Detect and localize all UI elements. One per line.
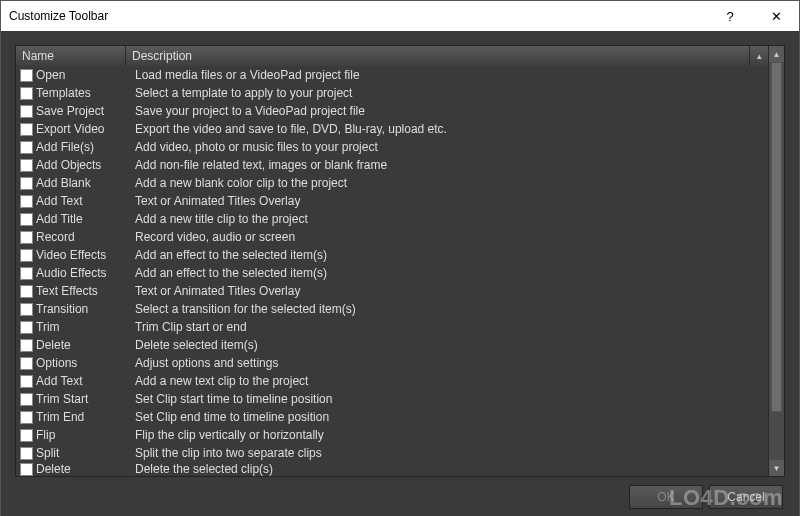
list-item[interactable]: TransitionSelect a transition for the se… [16, 300, 768, 318]
list-item[interactable]: Video EffectsAdd an effect to the select… [16, 246, 768, 264]
column-header-name[interactable]: Name [16, 46, 126, 66]
item-name: Text Effects [36, 284, 129, 298]
item-description: Select a transition for the selected ite… [129, 302, 768, 316]
list-item[interactable]: Trim StartSet Clip start time to timelin… [16, 390, 768, 408]
item-name: Add File(s) [36, 140, 129, 154]
item-checkbox[interactable] [20, 321, 33, 334]
item-name: Add Objects [36, 158, 129, 172]
dialog-footer: OK Cancel [15, 477, 785, 516]
list-item[interactable]: Audio EffectsAdd an effect to the select… [16, 264, 768, 282]
item-description: Add non-file related text, images or bla… [129, 158, 768, 172]
item-checkbox[interactable] [20, 105, 33, 118]
item-checkbox[interactable] [20, 339, 33, 352]
item-name: Delete [36, 338, 129, 352]
item-checkbox[interactable] [20, 231, 33, 244]
item-checkbox[interactable] [20, 285, 33, 298]
item-description: Split the clip into two separate clips [129, 446, 768, 460]
item-description: Select a template to apply to your proje… [129, 86, 768, 100]
list-item[interactable]: Trim EndSet Clip end time to timeline po… [16, 408, 768, 426]
item-name: Trim Start [36, 392, 129, 406]
list-item[interactable]: Save ProjectSave your project to a Video… [16, 102, 768, 120]
list-item[interactable]: DeleteDelete the selected clip(s) [16, 462, 768, 476]
item-checkbox[interactable] [20, 447, 33, 460]
list-item[interactable]: OpenLoad media files or a VideoPad proje… [16, 66, 768, 84]
item-name: Split [36, 446, 129, 460]
list-item[interactable]: Text EffectsText or Animated Titles Over… [16, 282, 768, 300]
list-item[interactable]: TrimTrim Clip start or end [16, 318, 768, 336]
help-button[interactable]: ? [707, 1, 753, 31]
item-checkbox[interactable] [20, 303, 33, 316]
item-description: Add video, photo or music files to your … [129, 140, 768, 154]
list-item[interactable]: Add File(s)Add video, photo or music fil… [16, 138, 768, 156]
scroll-thumb[interactable] [771, 62, 782, 412]
list-item[interactable]: Add TitleAdd a new title clip to the pro… [16, 210, 768, 228]
list-item[interactable]: RecordRecord video, audio or screen [16, 228, 768, 246]
header-overflow-icon[interactable]: ▴ [750, 46, 768, 66]
list-item[interactable]: TemplatesSelect a template to apply to y… [16, 84, 768, 102]
item-name: Trim End [36, 410, 129, 424]
help-icon: ? [726, 9, 733, 24]
list-item[interactable]: OptionsAdjust options and settings [16, 354, 768, 372]
item-name: Add Text [36, 374, 129, 388]
client-area: Name Description ▴ OpenLoad media files … [1, 31, 799, 516]
item-checkbox[interactable] [20, 213, 33, 226]
item-description: Flip the clip vertically or horizontally [129, 428, 768, 442]
item-name: Flip [36, 428, 129, 442]
item-checkbox[interactable] [20, 177, 33, 190]
item-description: Set Clip start time to timeline position [129, 392, 768, 406]
close-icon: ✕ [771, 9, 782, 24]
item-checkbox[interactable] [20, 123, 33, 136]
item-checkbox[interactable] [20, 87, 33, 100]
item-description: Trim Clip start or end [129, 320, 768, 334]
scroll-up-icon[interactable]: ▲ [769, 46, 784, 62]
item-checkbox[interactable] [20, 141, 33, 154]
list-item[interactable]: DeleteDelete selected item(s) [16, 336, 768, 354]
item-checkbox[interactable] [20, 463, 33, 476]
vertical-scrollbar[interactable]: ▲ ▼ [768, 46, 784, 476]
item-description: Add an effect to the selected item(s) [129, 266, 768, 280]
item-description: Delete selected item(s) [129, 338, 768, 352]
item-name: Video Effects [36, 248, 129, 262]
scroll-track[interactable] [769, 62, 784, 460]
item-name: Add Text [36, 194, 129, 208]
item-description: Add a new blank color clip to the projec… [129, 176, 768, 190]
item-checkbox[interactable] [20, 357, 33, 370]
item-checkbox[interactable] [20, 375, 33, 388]
ok-button[interactable]: OK [629, 485, 703, 509]
list-item[interactable]: FlipFlip the clip vertically or horizont… [16, 426, 768, 444]
item-checkbox[interactable] [20, 159, 33, 172]
list-item[interactable]: SplitSplit the clip into two separate cl… [16, 444, 768, 462]
column-header-description[interactable]: Description [126, 46, 750, 66]
cancel-button[interactable]: Cancel [709, 485, 783, 509]
item-name: Audio Effects [36, 266, 129, 280]
item-name: Transition [36, 302, 129, 316]
item-checkbox[interactable] [20, 411, 33, 424]
item-description: Add a new text clip to the project [129, 374, 768, 388]
list-body: OpenLoad media files or a VideoPad proje… [16, 66, 768, 476]
item-checkbox[interactable] [20, 429, 33, 442]
list-item[interactable]: Add TextText or Animated Titles Overlay [16, 192, 768, 210]
list-item[interactable]: Add BlankAdd a new blank color clip to t… [16, 174, 768, 192]
item-checkbox[interactable] [20, 393, 33, 406]
window: Customize Toolbar ? ✕ Name Description ▴… [0, 0, 800, 516]
list-header: Name Description ▴ [16, 46, 768, 66]
item-description: Load media files or a VideoPad project f… [129, 68, 768, 82]
item-description: Text or Animated Titles Overlay [129, 194, 768, 208]
item-description: Export the video and save to file, DVD, … [129, 122, 768, 136]
list-item[interactable]: Add ObjectsAdd non-file related text, im… [16, 156, 768, 174]
list-item[interactable]: Add TextAdd a new text clip to the proje… [16, 372, 768, 390]
item-checkbox[interactable] [20, 69, 33, 82]
list-item[interactable]: Export VideoExport the video and save to… [16, 120, 768, 138]
item-checkbox[interactable] [20, 195, 33, 208]
item-name: Add Blank [36, 176, 129, 190]
item-checkbox[interactable] [20, 267, 33, 280]
item-name: Open [36, 68, 129, 82]
item-description: Record video, audio or screen [129, 230, 768, 244]
item-description: Add a new title clip to the project [129, 212, 768, 226]
close-button[interactable]: ✕ [753, 1, 799, 31]
item-name: Options [36, 356, 129, 370]
item-name: Delete [36, 462, 129, 476]
scroll-down-icon[interactable]: ▼ [769, 460, 784, 476]
item-description: Set Clip end time to timeline position [129, 410, 768, 424]
item-checkbox[interactable] [20, 249, 33, 262]
